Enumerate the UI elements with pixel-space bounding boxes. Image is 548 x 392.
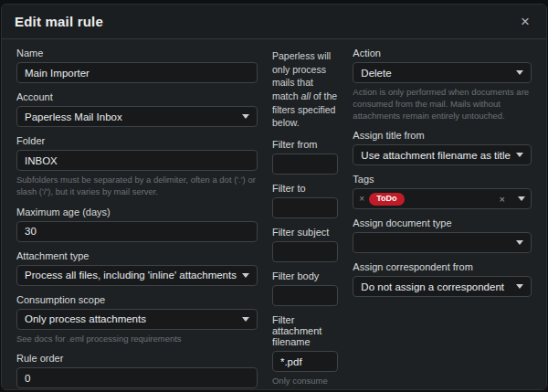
chevron-down-icon bbox=[516, 240, 523, 245]
filter-from-label: Filter from bbox=[272, 139, 338, 150]
filter-attachment-help: Only consume documents which entirely ma… bbox=[272, 376, 338, 390]
assign-title-group: Assign title from Use attachment filenam… bbox=[353, 130, 532, 165]
max-age-label: Maximum age (days) bbox=[16, 207, 258, 217]
chevron-down-icon bbox=[516, 153, 523, 157]
right-column: Action Delete Action is only performed w… bbox=[353, 48, 532, 390]
attachment-type-label: Attachment type bbox=[16, 250, 258, 261]
assign-doc-type-select[interactable] bbox=[353, 232, 532, 253]
filters-intro-text: Paperless will only process mails that m… bbox=[272, 49, 338, 130]
filter-body-label: Filter body bbox=[272, 270, 338, 281]
assign-correspondent-group: Assign correspondent from Do not assign … bbox=[353, 261, 532, 297]
chevron-down-icon bbox=[242, 114, 249, 119]
filter-body-input[interactable] bbox=[272, 285, 338, 306]
chevron-down-icon bbox=[516, 284, 523, 289]
filter-to-input[interactable] bbox=[272, 197, 338, 218]
rule-order-label: Rule order bbox=[16, 353, 258, 364]
assign-correspondent-label: Assign correspondent from bbox=[353, 261, 532, 272]
attachment-type-select[interactable]: Process all files, including 'inline' at… bbox=[16, 265, 258, 286]
filter-subject-group: Filter subject bbox=[272, 227, 338, 262]
rule-order-group: Rule order bbox=[16, 353, 258, 388]
max-age-input[interactable] bbox=[16, 221, 258, 242]
filter-from-input[interactable] bbox=[272, 154, 338, 175]
left-column: Name Account Paperless Mail Inbox Folder… bbox=[16, 48, 258, 390]
consumption-scope-help: See docs for .eml processing requirement… bbox=[16, 334, 258, 345]
name-input[interactable] bbox=[16, 62, 258, 83]
tags-group: Tags × ToDo × bbox=[353, 174, 532, 209]
filter-subject-label: Filter subject bbox=[272, 227, 338, 238]
modal-backdrop: Edit mail rule × Name Account Paperless … bbox=[0, 0, 548, 392]
filter-attachment-group: Filter attachment filename Only consume … bbox=[272, 314, 338, 390]
remove-tag-icon[interactable]: × bbox=[359, 194, 364, 204]
assign-doc-type-label: Assign document type bbox=[353, 217, 532, 228]
account-select[interactable]: Paperless Mail Inbox bbox=[16, 106, 258, 127]
edit-mail-rule-modal: Edit mail rule × Name Account Paperless … bbox=[1, 4, 547, 390]
filter-body-group: Filter body bbox=[272, 270, 338, 306]
modal-title: Edit mail rule bbox=[15, 14, 103, 29]
assign-doc-type-group: Assign document type bbox=[353, 217, 532, 253]
consumption-scope-select[interactable]: Only process attachments bbox=[16, 309, 258, 330]
modal-header: Edit mail rule × bbox=[2, 5, 546, 39]
name-label: Name bbox=[16, 48, 258, 58]
account-label: Account bbox=[16, 91, 258, 102]
filter-subject-input[interactable] bbox=[272, 241, 338, 262]
close-icon[interactable]: × bbox=[517, 12, 533, 31]
account-group: Account Paperless Mail Inbox bbox=[16, 91, 258, 127]
folder-input[interactable] bbox=[16, 150, 258, 171]
chevron-down-icon bbox=[242, 317, 249, 322]
attachment-type-group: Attachment type Process all files, inclu… bbox=[16, 250, 258, 286]
assign-correspondent-select[interactable]: Do not assign a correspondent bbox=[353, 276, 532, 297]
rule-order-input[interactable] bbox=[16, 367, 258, 388]
chevron-down-icon bbox=[242, 273, 249, 278]
middle-column: Paperless will only process mails that m… bbox=[272, 48, 338, 390]
action-help: Action is only performed when documents … bbox=[353, 87, 532, 122]
action-group: Action Delete Action is only performed w… bbox=[353, 48, 532, 122]
consumption-scope-label: Consumption scope bbox=[16, 294, 258, 305]
tag-badge: ToDo bbox=[369, 193, 404, 206]
filter-to-label: Filter to bbox=[272, 183, 338, 194]
consumption-scope-group: Consumption scope Only process attachmen… bbox=[16, 294, 258, 345]
filter-from-group: Filter from bbox=[272, 139, 338, 175]
filter-to-group: Filter to bbox=[272, 183, 338, 218]
filter-attachment-input[interactable] bbox=[272, 351, 338, 372]
chevron-down-icon bbox=[516, 70, 523, 75]
clear-tags-icon[interactable]: × bbox=[500, 194, 505, 205]
tags-select[interactable]: × ToDo × bbox=[353, 188, 532, 209]
folder-label: Folder bbox=[16, 135, 258, 146]
filter-attachment-label: Filter attachment filename bbox=[272, 314, 338, 347]
max-age-group: Maximum age (days) bbox=[16, 207, 258, 242]
action-select[interactable]: Delete bbox=[353, 62, 532, 83]
folder-group: Folder Subfolders must be separated by a… bbox=[16, 135, 258, 198]
chevron-down-icon bbox=[518, 196, 525, 201]
tags-label: Tags bbox=[353, 174, 532, 185]
assign-title-label: Assign title from bbox=[353, 130, 532, 141]
folder-help: Subfolders must be separated by a delimi… bbox=[16, 175, 258, 198]
modal-body: Name Account Paperless Mail Inbox Folder… bbox=[2, 39, 546, 390]
assign-title-select[interactable]: Use attachment filename as title bbox=[353, 144, 532, 165]
name-group: Name bbox=[16, 48, 258, 83]
action-label: Action bbox=[353, 48, 532, 58]
